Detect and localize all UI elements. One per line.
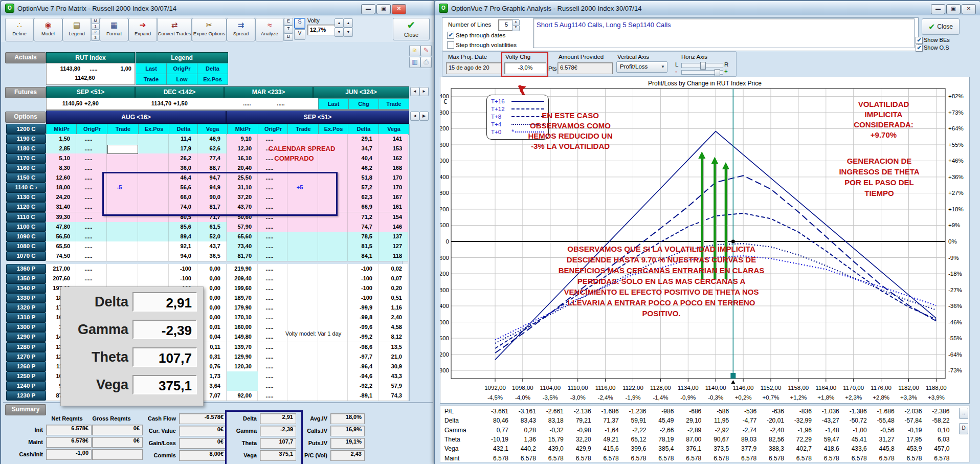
- strike-button-1230P[interactable]: 1230 P: [6, 391, 46, 401]
- strike-button-1100C[interactable]: 1100 C: [6, 222, 46, 232]
- chart-icon-button[interactable]: ▥: [409, 57, 420, 68]
- show-bes-checkbox[interactable]: ✔: [916, 37, 923, 44]
- table-cell: 65,12: [617, 436, 646, 443]
- notes-icon-button[interactable]: 🗈: [409, 45, 420, 56]
- slider-thumb[interactable]: [715, 69, 720, 76]
- volty-chg-field[interactable]: -3,0%: [504, 62, 546, 74]
- minimize-button[interactable]: ▬: [931, 4, 945, 14]
- strategy-description-field[interactable]: Short 5 Aug1140 Calls, Long 5 Sep1140 Ca…: [533, 18, 915, 48]
- graph-titlebar[interactable]: O OptionVue 7 Pro Graphic Analysis - Rus…: [435, 1, 980, 15]
- greek-value-vega: 375,1: [132, 375, 197, 394]
- toolbar-toggle-B[interactable]: B: [284, 33, 293, 41]
- cell-sep-vega: 2,40: [378, 314, 402, 322]
- strike-button-1310P[interactable]: 1310 P: [6, 313, 46, 322]
- volty-mode-button-V[interactable]: V: [294, 29, 305, 40]
- strike-button-1270P[interactable]: 1270 P: [6, 352, 46, 362]
- maximize-button[interactable]: ▣: [376, 4, 391, 14]
- futures-month-header-2[interactable]: MAR <233>: [224, 86, 313, 98]
- spinner-up-down-2-down[interactable]: ▼: [344, 28, 353, 37]
- close-graph-button[interactable]: ✔Close: [922, 18, 960, 35]
- convert-trades-button[interactable]: ⇄Convert Trades: [157, 18, 192, 41]
- table-cell: 6.578: [480, 455, 508, 462]
- spinner-up-down-2-up[interactable]: ▲: [344, 18, 353, 28]
- strike-button-1120C[interactable]: 1120 C: [6, 202, 46, 212]
- analyze-button[interactable]: ≈Analyze: [255, 18, 284, 41]
- strike-button-1190C[interactable]: 1190 C: [6, 134, 46, 144]
- strike-button-1350P[interactable]: 1350 P: [6, 274, 46, 283]
- show-os-checkbox[interactable]: ✔: [916, 45, 923, 52]
- matrix-mode-button-3[interactable]: 3: [91, 35, 100, 41]
- max-proj-date-field[interactable]: 15 de ago de 20: [446, 62, 502, 74]
- format-button[interactable]: ▦Format: [100, 18, 128, 41]
- scroll-arrow-button[interactable]: ◄: [410, 87, 419, 96]
- strike-button-1080C[interactable]: 1080 C: [6, 241, 46, 251]
- step-through-volatilities-checkbox[interactable]: [447, 41, 454, 49]
- trade-input-cell[interactable]: [107, 145, 138, 154]
- step-through-dates-checkbox[interactable]: ✔: [447, 32, 454, 39]
- options-month-header-sep[interactable]: SEP <51>: [226, 111, 409, 124]
- strike-button-1160C[interactable]: 1160 C: [6, 163, 46, 173]
- strike-button-1110C[interactable]: 1110 C: [6, 212, 46, 222]
- scroll-arrow-button[interactable]: ▶: [419, 112, 429, 121]
- strike-button-1340P[interactable]: 1340 P: [6, 283, 46, 293]
- strike-button-1140C›[interactable]: 1140 C ›: [6, 183, 46, 192]
- spinner-up-down-1-down[interactable]: ▼: [335, 28, 344, 37]
- minimize-button[interactable]: ▬: [361, 4, 375, 14]
- toolbar-toggle-E[interactable]: E: [284, 18, 293, 26]
- strike-button-1180C[interactable]: 1180 C: [6, 144, 46, 153]
- horiz-axis-slider[interactable]: [681, 63, 723, 68]
- strike-button-1360P[interactable]: 1360 P: [6, 264, 46, 274]
- strike-button-1260P[interactable]: 1260 P: [6, 362, 46, 371]
- table-side-button-dots[interactable]: ..: [959, 408, 968, 419]
- legend-button[interactable]: ▤Legend: [62, 18, 91, 41]
- model-button[interactable]: ◉Model: [34, 18, 62, 41]
- expand-button[interactable]: ➔Expand: [128, 18, 157, 41]
- close-window-button[interactable]: ✕: [392, 4, 406, 14]
- define-button[interactable]: ∴Define: [5, 18, 34, 41]
- strike-button-1130C[interactable]: 1130 C: [6, 192, 46, 202]
- number-of-lines-spinner-down[interactable]: ▼: [512, 25, 520, 31]
- col-sep: [138, 232, 138, 241]
- current-price-marker[interactable]: [730, 373, 736, 379]
- table-side-button-D[interactable]: D: [959, 423, 968, 434]
- strike-button-1250P[interactable]: 1250 P: [6, 371, 46, 381]
- cell-aug-vega: 36,5: [197, 253, 220, 260]
- toolbar-toggle-T[interactable]: T: [284, 26, 293, 33]
- strike-button-1300P[interactable]: 1300 P: [6, 322, 46, 332]
- strike-button-1240P[interactable]: 1240 P: [6, 381, 46, 391]
- options-month-header-aug[interactable]: AUG <16>: [46, 111, 226, 124]
- legend-cell-delta: Delta: [197, 63, 228, 74]
- vertical-axis-dropdown[interactable]: Profit/Loss▼: [616, 61, 667, 73]
- col-sep: [408, 293, 408, 303]
- print-icon-button[interactable]: ⎙: [420, 57, 432, 68]
- zoom-slider[interactable]: [681, 70, 723, 75]
- strike-button-1090C[interactable]: 1090 C: [6, 232, 46, 241]
- table-cell: 90,67: [700, 436, 729, 443]
- strike-button-1330P[interactable]: 1330 P: [6, 293, 46, 303]
- spread-button[interactable]: ⇉Spread: [227, 18, 255, 41]
- strike-button-1150C[interactable]: 1150 C: [6, 173, 46, 183]
- pencil-icon-button[interactable]: ✎: [420, 45, 432, 56]
- cell-sep-mktpr: 219,90: [227, 266, 252, 273]
- maximize-button[interactable]: ▣: [946, 4, 961, 14]
- close-window-button[interactable]: ✕: [962, 4, 976, 14]
- strike-button-1070C[interactable]: 1070 C: [6, 251, 46, 261]
- futures-month-header-3[interactable]: JUN <324>: [313, 86, 409, 98]
- col-sep: [106, 222, 107, 232]
- strike-button-1280P[interactable]: 1280 P: [6, 342, 46, 352]
- strike-button-1290P[interactable]: 1290 P: [6, 332, 46, 342]
- summary-col-header: Gross Reqmts: [88, 415, 135, 422]
- strike-button-1170C[interactable]: 1170 C: [6, 153, 46, 163]
- futures-month-header-0[interactable]: SEP <51>: [46, 86, 135, 98]
- spinner-up-down-1-up[interactable]: ▲: [335, 18, 344, 28]
- strike-button-1320P[interactable]: 1320 P: [6, 303, 46, 313]
- strike-button-1200C[interactable]: 1200 C: [6, 124, 46, 134]
- close-matrix-button[interactable]: ✔Close: [393, 18, 430, 40]
- volty-mode-button-S[interactable]: S: [294, 18, 305, 29]
- futures-month-header-1[interactable]: DEC <142>: [135, 86, 224, 98]
- svg-text:+0,7%: +0,7%: [763, 394, 779, 401]
- slider-thumb[interactable]: [700, 62, 706, 70]
- scroll-arrow-button[interactable]: ◄: [410, 112, 419, 121]
- expire-options-button[interactable]: ✂Expire Options: [192, 18, 227, 41]
- scroll-arrow-button[interactable]: ►: [419, 87, 429, 96]
